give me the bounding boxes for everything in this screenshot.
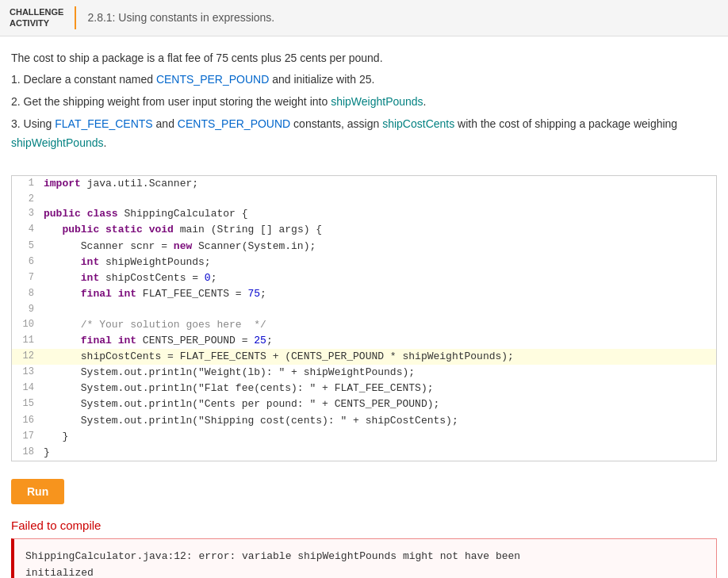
code-row: 17 } [12, 429, 716, 445]
code-row: 1import java.util.Scanner; [12, 176, 716, 192]
var-shipweight: shipWeightPounds [331, 95, 423, 108]
line-code: System.out.println("Cents per pound: " +… [40, 396, 716, 412]
code-row: 9 [12, 302, 716, 317]
line-code: final int FLAT_FEE_CENTS = 75; [40, 286, 716, 302]
code-row: 7 int shipCostCents = 0; [12, 270, 716, 286]
line-number: 18 [12, 445, 40, 461]
code-row: 4 public static void main (String [] arg… [12, 222, 716, 238]
line-code: public static void main (String [] args)… [40, 222, 716, 238]
step-2: 2. Get the shipping weight from user inp… [11, 93, 717, 112]
line-number: 17 [12, 429, 40, 445]
code-row: 15 System.out.println("Cents per pound: … [12, 396, 716, 412]
line-number: 9 [12, 302, 40, 317]
line-code: int shipCostCents = 0; [40, 270, 716, 286]
header: CHALLENGEACTIVITY 2.8.1: Using constants… [0, 0, 728, 36]
line-code: import java.util.Scanner; [40, 176, 716, 192]
error-line-2: initialized [25, 565, 705, 578]
challenge-label: CHALLENGEACTIVITY [10, 6, 76, 29]
constant-name: CENTS_PER_POUND [156, 73, 269, 86]
const-centsper: CENTS_PER_POUND [178, 117, 290, 130]
line-code [40, 192, 716, 207]
step-3: 3. Using FLAT_FEE_CENTS and CENTS_PER_PO… [11, 115, 717, 153]
line-number: 16 [12, 413, 40, 429]
code-row: 3public class ShippingCalculator { [12, 206, 716, 222]
var-shipweight2: shipWeightPounds [11, 136, 103, 149]
line-code: public class ShippingCalculator { [40, 206, 716, 222]
error-line-1: ShippingCalculator.java:12: error: varia… [25, 549, 705, 565]
const-flatfee: FLAT_FEE_CENTS [55, 117, 152, 130]
instructions: The cost to ship a package is a flat fee… [0, 36, 728, 164]
step-1: 1. Declare a constant named CENTS_PER_PO… [11, 71, 717, 90]
code-row: 5 Scanner scnr = new Scanner(System.in); [12, 239, 716, 255]
line-number: 5 [12, 239, 40, 255]
code-row: 2 [12, 192, 716, 207]
line-code: } [40, 429, 716, 445]
code-row: 11 final int CENTS_PER_POUND = 25; [12, 333, 716, 349]
run-button[interactable]: Run [11, 479, 64, 504]
code-table: 1import java.util.Scanner;23public class… [12, 176, 716, 461]
line-code: Scanner scnr = new Scanner(System.in); [40, 239, 716, 255]
line-code: shipCostCents = FLAT_FEE_CENTS + (CENTS_… [40, 349, 716, 365]
line-number: 6 [12, 255, 40, 270]
code-row: 6 int shipWeightPounds; [12, 255, 716, 270]
line-number: 7 [12, 270, 40, 286]
line-number: 11 [12, 333, 40, 349]
challenge-title: 2.8.1: Using constants in expressions. [87, 11, 274, 24]
error-box: ShippingCalculator.java:12: error: varia… [11, 538, 717, 578]
code-row: 14 System.out.println("Flat fee(cents): … [12, 381, 716, 396]
line-code: final int CENTS_PER_POUND = 25; [40, 333, 716, 349]
run-section: Run [0, 469, 728, 514]
line-code: int shipWeightPounds; [40, 255, 716, 270]
line-number: 1 [12, 176, 40, 192]
line-code: } [40, 445, 716, 461]
code-row: 8 final int FLAT_FEE_CENTS = 75; [12, 286, 716, 302]
line-number: 12 [12, 349, 40, 365]
line-number: 2 [12, 192, 40, 207]
code-row: 16 System.out.println("Shipping cost(cen… [12, 413, 716, 429]
line-number: 13 [12, 365, 40, 381]
code-row: 10 /* Your solution goes here */ [12, 317, 716, 333]
line-number: 4 [12, 222, 40, 238]
code-row: 18} [12, 445, 716, 461]
code-row: 13 System.out.println("Weight(lb): " + s… [12, 365, 716, 381]
line-code: /* Your solution goes here */ [40, 317, 716, 333]
line-number: 14 [12, 381, 40, 396]
intro-text: The cost to ship a package is a flat fee… [11, 49, 717, 68]
line-code: System.out.println("Weight(lb): " + ship… [40, 365, 716, 381]
line-number: 10 [12, 317, 40, 333]
code-row: 12 shipCostCents = FLAT_FEE_CENTS + (CEN… [12, 349, 716, 365]
var-shipcost: shipCostCents [382, 117, 454, 130]
line-number: 15 [12, 396, 40, 412]
line-number: 8 [12, 286, 40, 302]
line-code [40, 302, 716, 317]
code-editor[interactable]: 1import java.util.Scanner;23public class… [11, 175, 717, 461]
error-heading: Failed to compile [0, 514, 728, 538]
line-number: 3 [12, 206, 40, 222]
line-code: System.out.println("Flat fee(cents): " +… [40, 381, 716, 396]
line-code: System.out.println("Shipping cost(cents)… [40, 413, 716, 429]
